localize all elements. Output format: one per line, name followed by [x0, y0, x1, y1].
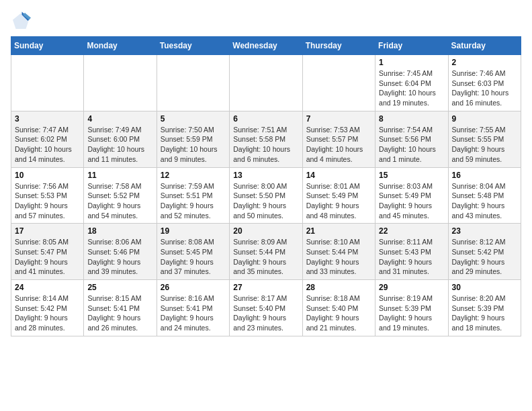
day-number: 23	[452, 226, 517, 236]
day-info: Sunrise: 8:00 AM Sunset: 5:50 PM Dayligh…	[233, 181, 298, 221]
day-number: 20	[233, 226, 298, 236]
day-info: Sunrise: 7:46 AM Sunset: 6:03 PM Dayligh…	[452, 68, 517, 108]
calendar-cell: 20Sunrise: 8:09 AM Sunset: 5:44 PM Dayli…	[230, 224, 302, 280]
day-number: 7	[306, 114, 371, 124]
calendar-cell: 22Sunrise: 8:11 AM Sunset: 5:43 PM Dayli…	[375, 224, 448, 280]
calendar-cell: 25Sunrise: 8:15 AM Sunset: 5:41 PM Dayli…	[84, 280, 157, 336]
calendar-week-2: 3Sunrise: 7:47 AM Sunset: 6:02 PM Daylig…	[11, 111, 521, 167]
calendar-cell: 24Sunrise: 8:14 AM Sunset: 5:42 PM Dayli…	[11, 280, 84, 336]
calendar-cell: 8Sunrise: 7:54 AM Sunset: 5:56 PM Daylig…	[375, 111, 448, 167]
calendar-cell: 30Sunrise: 8:20 AM Sunset: 5:39 PM Dayli…	[448, 280, 521, 336]
day-info: Sunrise: 8:18 AM Sunset: 5:40 PM Dayligh…	[306, 293, 371, 333]
day-info: Sunrise: 8:01 AM Sunset: 5:49 PM Dayligh…	[306, 181, 371, 221]
calendar-cell	[230, 55, 302, 111]
day-info: Sunrise: 8:04 AM Sunset: 5:48 PM Dayligh…	[452, 181, 517, 221]
calendar-cell: 27Sunrise: 8:17 AM Sunset: 5:40 PM Dayli…	[230, 280, 302, 336]
calendar-cell	[302, 55, 375, 111]
calendar-cell: 17Sunrise: 8:05 AM Sunset: 5:47 PM Dayli…	[11, 224, 84, 280]
day-header-thursday: Thursday	[302, 37, 375, 55]
calendar-cell: 2Sunrise: 7:46 AM Sunset: 6:03 PM Daylig…	[448, 55, 521, 111]
day-number: 22	[379, 226, 444, 236]
day-info: Sunrise: 8:03 AM Sunset: 5:49 PM Dayligh…	[379, 181, 444, 221]
calendar-cell: 5Sunrise: 7:50 AM Sunset: 5:59 PM Daylig…	[157, 111, 229, 167]
day-header-tuesday: Tuesday	[157, 37, 229, 55]
day-info: Sunrise: 8:10 AM Sunset: 5:44 PM Dayligh…	[306, 237, 371, 277]
calendar-cell: 23Sunrise: 8:12 AM Sunset: 5:42 PM Dayli…	[448, 224, 521, 280]
calendar-cell: 14Sunrise: 8:01 AM Sunset: 5:49 PM Dayli…	[302, 167, 375, 224]
day-info: Sunrise: 7:54 AM Sunset: 5:56 PM Dayligh…	[379, 125, 444, 165]
calendar-cell: 26Sunrise: 8:16 AM Sunset: 5:41 PM Dayli…	[157, 280, 229, 336]
calendar-cell: 12Sunrise: 7:59 AM Sunset: 5:51 PM Dayli…	[157, 167, 229, 224]
day-info: Sunrise: 8:15 AM Sunset: 5:41 PM Dayligh…	[87, 293, 152, 333]
day-info: Sunrise: 8:11 AM Sunset: 5:43 PM Dayligh…	[379, 237, 444, 277]
day-number: 9	[452, 114, 517, 124]
day-number: 21	[306, 226, 371, 236]
calendar-week-1: 1Sunrise: 7:45 AM Sunset: 6:04 PM Daylig…	[11, 55, 521, 111]
calendar-cell	[84, 55, 157, 111]
day-number: 30	[452, 283, 517, 292]
day-info: Sunrise: 7:47 AM Sunset: 6:02 PM Dayligh…	[15, 125, 80, 165]
page-header	[11, 11, 521, 31]
calendar-table: SundayMondayTuesdayWednesdayThursdayFrid…	[11, 36, 521, 336]
calendar-cell: 11Sunrise: 7:58 AM Sunset: 5:52 PM Dayli…	[84, 167, 157, 224]
calendar-cell: 18Sunrise: 8:06 AM Sunset: 5:46 PM Dayli…	[84, 224, 157, 280]
day-number: 1	[379, 58, 444, 67]
day-number: 16	[452, 171, 517, 180]
day-header-friday: Friday	[375, 37, 448, 55]
day-info: Sunrise: 8:05 AM Sunset: 5:47 PM Dayligh…	[15, 237, 80, 277]
calendar-week-3: 10Sunrise: 7:56 AM Sunset: 5:53 PM Dayli…	[11, 167, 521, 224]
day-info: Sunrise: 8:06 AM Sunset: 5:46 PM Dayligh…	[87, 237, 152, 277]
day-number: 3	[15, 114, 80, 124]
day-header-wednesday: Wednesday	[230, 37, 302, 55]
day-info: Sunrise: 8:19 AM Sunset: 5:39 PM Dayligh…	[379, 293, 444, 333]
calendar-cell: 15Sunrise: 8:03 AM Sunset: 5:49 PM Dayli…	[375, 167, 448, 224]
day-number: 19	[161, 226, 226, 236]
day-number: 14	[306, 171, 371, 180]
day-info: Sunrise: 8:14 AM Sunset: 5:42 PM Dayligh…	[15, 293, 80, 333]
day-number: 2	[452, 58, 517, 67]
day-number: 24	[15, 283, 80, 292]
calendar-cell: 19Sunrise: 8:08 AM Sunset: 5:45 PM Dayli…	[157, 224, 229, 280]
day-info: Sunrise: 8:16 AM Sunset: 5:41 PM Dayligh…	[161, 293, 226, 333]
day-number: 11	[87, 171, 152, 180]
day-header-saturday: Saturday	[448, 37, 521, 55]
calendar-cell: 6Sunrise: 7:51 AM Sunset: 5:58 PM Daylig…	[230, 111, 302, 167]
day-number: 29	[379, 283, 444, 292]
calendar-cell	[11, 55, 84, 111]
day-info: Sunrise: 8:09 AM Sunset: 5:44 PM Dayligh…	[233, 237, 298, 277]
day-number: 6	[233, 114, 298, 124]
day-info: Sunrise: 7:50 AM Sunset: 5:59 PM Dayligh…	[161, 125, 226, 165]
calendar-cell: 28Sunrise: 8:18 AM Sunset: 5:40 PM Dayli…	[302, 280, 375, 336]
calendar-cell: 21Sunrise: 8:10 AM Sunset: 5:44 PM Dayli…	[302, 224, 375, 280]
calendar-cell: 1Sunrise: 7:45 AM Sunset: 6:04 PM Daylig…	[375, 55, 448, 111]
calendar-cell: 13Sunrise: 8:00 AM Sunset: 5:50 PM Dayli…	[230, 167, 302, 224]
calendar-cell: 16Sunrise: 8:04 AM Sunset: 5:48 PM Dayli…	[448, 167, 521, 224]
day-number: 25	[87, 283, 152, 292]
day-number: 10	[15, 171, 80, 180]
day-info: Sunrise: 7:55 AM Sunset: 5:55 PM Dayligh…	[452, 125, 517, 165]
day-number: 28	[306, 283, 371, 292]
calendar-cell: 29Sunrise: 8:19 AM Sunset: 5:39 PM Dayli…	[375, 280, 448, 336]
day-number: 26	[161, 283, 226, 292]
day-info: Sunrise: 8:17 AM Sunset: 5:40 PM Dayligh…	[233, 293, 298, 333]
calendar-cell: 7Sunrise: 7:53 AM Sunset: 5:57 PM Daylig…	[302, 111, 375, 167]
calendar-cell: 4Sunrise: 7:49 AM Sunset: 6:00 PM Daylig…	[84, 111, 157, 167]
logo-icon	[11, 11, 31, 31]
day-number: 27	[233, 283, 298, 292]
calendar-cell: 9Sunrise: 7:55 AM Sunset: 5:55 PM Daylig…	[448, 111, 521, 167]
day-number: 15	[379, 171, 444, 180]
day-info: Sunrise: 7:56 AM Sunset: 5:53 PM Dayligh…	[15, 181, 80, 221]
calendar-week-5: 24Sunrise: 8:14 AM Sunset: 5:42 PM Dayli…	[11, 280, 521, 336]
day-number: 13	[233, 171, 298, 180]
day-info: Sunrise: 8:08 AM Sunset: 5:45 PM Dayligh…	[161, 237, 226, 277]
calendar-cell	[157, 55, 229, 111]
day-number: 17	[15, 226, 80, 236]
day-info: Sunrise: 7:45 AM Sunset: 6:04 PM Dayligh…	[379, 68, 444, 108]
day-header-monday: Monday	[84, 37, 157, 55]
calendar-cell: 3Sunrise: 7:47 AM Sunset: 6:02 PM Daylig…	[11, 111, 84, 167]
day-number: 8	[379, 114, 444, 124]
calendar-cell: 10Sunrise: 7:56 AM Sunset: 5:53 PM Dayli…	[11, 167, 84, 224]
day-number: 18	[87, 226, 152, 236]
day-info: Sunrise: 7:51 AM Sunset: 5:58 PM Dayligh…	[233, 125, 298, 165]
logo	[11, 11, 34, 31]
